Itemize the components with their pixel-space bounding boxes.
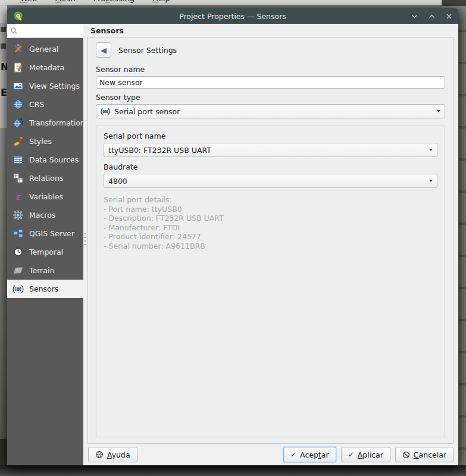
background-letter-n: N bbox=[1, 61, 7, 73]
sensor-type-value: Serial port sensor bbox=[114, 107, 180, 116]
help-button-label: Ayuda bbox=[107, 450, 130, 459]
sensor-icon bbox=[12, 283, 24, 295]
close-icon[interactable] bbox=[445, 12, 452, 20]
ok-button[interactable]: ✓ Aceptar bbox=[283, 447, 336, 462]
paintbrush-icon bbox=[12, 136, 24, 147]
apply-button[interactable]: ✓ Aplicar bbox=[341, 447, 390, 462]
sidebar-item-label: Sensors bbox=[29, 284, 58, 293]
sidebar-item-transformations[interactable]: Transformations bbox=[7, 114, 83, 132]
sensor-icon bbox=[101, 107, 111, 115]
relations-tables-icon bbox=[12, 173, 24, 184]
background-dark-fragment bbox=[0, 439, 7, 465]
project-properties-dialog: Project Properties — Sensors bbox=[7, 8, 458, 465]
search-icon bbox=[10, 27, 18, 35]
menu-item-processing[interactable]: Processing bbox=[93, 0, 135, 5]
search-input[interactable] bbox=[20, 26, 80, 36]
menu-item-web[interactable]: Web bbox=[20, 0, 37, 5]
sensor-type-dropdown[interactable]: Serial port sensor bbox=[96, 104, 445, 118]
gear-play-icon bbox=[12, 209, 24, 221]
view-settings-icon bbox=[12, 80, 24, 92]
background-letters-ep: EP bbox=[1, 87, 7, 98]
back-button[interactable]: ◀ bbox=[96, 42, 111, 58]
clock-icon bbox=[12, 246, 24, 258]
sidebar-item-label: Terrain bbox=[29, 266, 54, 275]
serial-port-dropdown[interactable]: ttyUSB0: FT232R USB UART bbox=[104, 143, 437, 157]
background-text-fragment: N EP bbox=[0, 61, 7, 128]
details-line: - Description: FT232R USB UART bbox=[104, 214, 437, 223]
dialog-titlebar[interactable]: Project Properties — Sensors bbox=[7, 8, 458, 24]
splitter-handle[interactable] bbox=[85, 233, 86, 248]
sidebar-item-label: Relations bbox=[29, 174, 63, 183]
sidebar-item-styles[interactable]: Styles bbox=[7, 132, 83, 151]
sidebar-item-qgis-server[interactable]: QGIS Server bbox=[7, 224, 83, 243]
menu-item-mesh[interactable]: Mesh bbox=[55, 0, 75, 5]
sidebar-item-relations[interactable]: Relations bbox=[7, 169, 83, 187]
baudrate-dropdown[interactable]: 4800 bbox=[104, 174, 437, 188]
check-icon: ✓ bbox=[290, 451, 296, 458]
settings-sidebar: General Metadata bbox=[7, 24, 83, 465]
background-left-strip: N EP bbox=[0, 5, 7, 465]
sensors-panel: ◀ Sensor Settings Sensor name Sensor typ… bbox=[87, 37, 454, 444]
sensor-type-label: Sensor type bbox=[96, 93, 445, 102]
table-icon bbox=[12, 154, 24, 165]
settings-title: Sensor Settings bbox=[118, 46, 177, 55]
cancel-icon bbox=[402, 451, 410, 459]
dialog-button-box: Ayuda ✓ Aceptar ✓ Aplicar bbox=[83, 444, 458, 465]
background-toolbar-fragment bbox=[0, 5, 7, 23]
details-line: - Port name: ttyUSB0 bbox=[104, 205, 437, 214]
sidebar-item-sensors[interactable]: Sensors bbox=[7, 280, 83, 298]
sidebar-item-label: General bbox=[29, 45, 58, 54]
epsilon-icon: ε bbox=[12, 191, 24, 202]
sidebar-item-temporal[interactable]: Temporal bbox=[7, 243, 83, 261]
terrain-icon bbox=[12, 265, 24, 276]
maximize-icon[interactable] bbox=[428, 12, 435, 20]
serial-port-label: Serial port name bbox=[104, 131, 437, 140]
globe-icon bbox=[12, 99, 24, 110]
sidebar-item-metadata[interactable]: Metadata bbox=[7, 58, 83, 77]
minimize-icon[interactable] bbox=[411, 12, 418, 20]
serial-port-details: Serial port details: - Port name: ttyUSB… bbox=[104, 195, 437, 251]
server-network-icon bbox=[12, 228, 24, 239]
sensor-name-input[interactable] bbox=[96, 76, 445, 89]
sidebar-search-box[interactable] bbox=[7, 24, 83, 38]
document-pencil-icon bbox=[12, 62, 24, 73]
chevron-down-icon bbox=[437, 110, 440, 112]
help-button[interactable]: Ayuda bbox=[88, 447, 137, 462]
sidebar-item-macros[interactable]: Macros bbox=[7, 206, 83, 224]
sidebar-item-label: Metadata bbox=[29, 63, 64, 72]
details-line: - Product identifier: 24577 bbox=[104, 232, 437, 242]
baudrate-label: Baudrate bbox=[104, 162, 437, 171]
sidebar-item-general[interactable]: General bbox=[7, 40, 83, 58]
sidebar-item-crs[interactable]: CRS bbox=[7, 95, 83, 114]
serial-port-group: Serial port name ttyUSB0: FT232R USB UAR… bbox=[96, 126, 445, 437]
sidebar-item-variables[interactable]: ε Variables bbox=[7, 187, 83, 206]
details-line: - Serial number: A9611BRB bbox=[104, 242, 437, 251]
sidebar-item-label: Variables bbox=[29, 192, 63, 201]
ok-button-label: Aceptar bbox=[300, 450, 329, 459]
sidebar-item-label: Macros bbox=[29, 211, 55, 220]
sidebar-nav: General Metadata bbox=[7, 38, 83, 465]
globe-arrows-icon bbox=[12, 117, 24, 129]
sidebar-splitter[interactable] bbox=[83, 37, 87, 444]
details-line: - Manufacturer: FTDI bbox=[104, 223, 437, 233]
sidebar-item-label: View Settings bbox=[29, 82, 80, 90]
sidebar-item-terrain[interactable]: Terrain bbox=[7, 261, 83, 280]
dialog-title: Project Properties — Sensors bbox=[7, 12, 458, 21]
sidebar-item-data-sources[interactable]: Data Sources bbox=[7, 151, 83, 169]
sidebar-item-view-settings[interactable]: View Settings bbox=[7, 77, 83, 95]
serial-port-value: ttyUSB0: FT232R USB UART bbox=[108, 146, 211, 155]
apply-button-label: Aplicar bbox=[358, 450, 383, 459]
chevron-down-icon bbox=[429, 180, 433, 182]
background-bottom-shadow bbox=[0, 465, 466, 476]
sidebar-item-label: Data Sources bbox=[29, 155, 79, 164]
sensor-name-label: Sensor name bbox=[96, 65, 445, 74]
background-menubar: Web Mesh Processing Help bbox=[0, 0, 442, 5]
sidebar-item-label: Temporal bbox=[29, 248, 63, 256]
sidebar-item-label: CRS bbox=[29, 100, 44, 109]
cancel-button[interactable]: Cancelar bbox=[395, 447, 454, 462]
background-icon-fragment bbox=[1, 43, 6, 49]
back-arrow-icon: ◀ bbox=[101, 46, 107, 54]
sidebar-item-label: Transformations bbox=[29, 118, 83, 127]
menu-item-help[interactable]: Help bbox=[152, 0, 170, 5]
background-gradient-fragment bbox=[0, 128, 7, 439]
